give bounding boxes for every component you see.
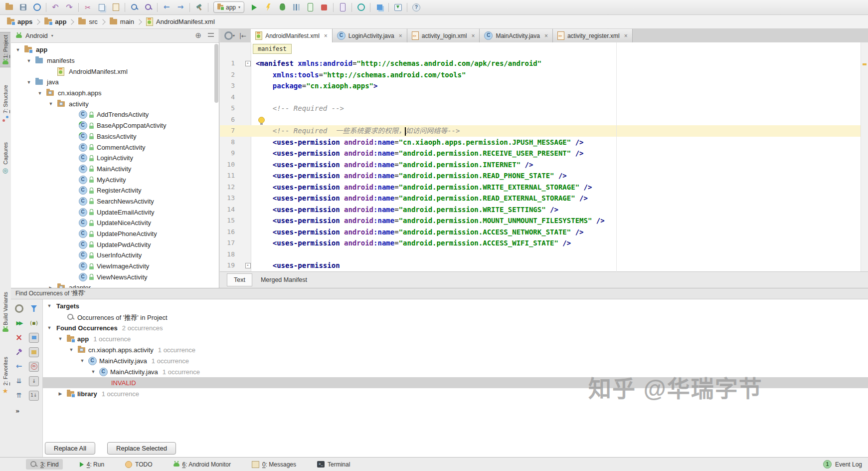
settings-slider-icon[interactable] — [208, 33, 214, 38]
breadcrumb-item-app[interactable]: app — [42, 18, 68, 25]
code-line-11[interactable]: 11 <uses-permission android:name="androi… — [220, 170, 861, 182]
close-icon[interactable]: × — [399, 32, 402, 39]
sort-button[interactable]: 1↓ — [27, 388, 41, 403]
forward-button[interactable]: → — [174, 1, 187, 14]
find-result-invalid[interactable]: INVALID — [42, 377, 868, 388]
code-line-16[interactable]: 16 <uses-permission android:name="androi… — [220, 227, 861, 238]
sidebar-item-1-project[interactable]: 1: Project — [0, 32, 10, 67]
collapse-arrow-icon[interactable]: ▼ — [88, 369, 98, 374]
settings-button[interactable] — [12, 301, 26, 316]
pin-button[interactable] — [12, 345, 26, 359]
intention-bulb-icon[interactable] — [258, 117, 265, 123]
breadcrumb-item-apps[interactable]: apps — [5, 18, 34, 25]
tree-item-viewimageactivity[interactable]: CViewImageActivity — [11, 261, 219, 272]
jump-to-source-button[interactable]: ← — [12, 359, 26, 374]
code-line-15[interactable]: 15 <uses-permission android:name="androi… — [220, 215, 861, 227]
code-line-8[interactable]: 8 <uses-permission android:name="cn.xiao… — [220, 137, 861, 148]
replace-selected-button[interactable]: Replace Selected — [107, 442, 176, 455]
tree-item-java[interactable]: ▼java — [11, 77, 219, 88]
paste-button[interactable] — [109, 1, 123, 14]
sidebar-item-2-favorites[interactable]: 2: Favorites★ — [0, 354, 10, 397]
device-manager-button[interactable] — [336, 1, 349, 14]
expand-all-button[interactable]: ⇊ — [12, 374, 26, 388]
statusbar-item-3-find[interactable]: 3: Find — [26, 459, 63, 470]
tree-item-searchnewsactivity[interactable]: CSearchNewsActivity — [11, 196, 219, 207]
close-icon[interactable]: × — [624, 32, 628, 39]
breadcrumb-item-main[interactable]: main — [108, 18, 136, 25]
instant-run-button[interactable] — [261, 1, 275, 14]
tree-item-addtrendsactivity[interactable]: CAddTrendsActivity — [11, 109, 219, 120]
find-result-found-occurrences[interactable]: ▼Found Occurrences2 occurrences — [42, 322, 868, 333]
code-line-10[interactable]: 10 <uses-permission android:name="androi… — [220, 159, 861, 171]
project-view-header[interactable]: Android ▾ ⊕ — [11, 29, 219, 43]
tree-item-viewnewsactivity[interactable]: CViewNewsActivity — [11, 271, 219, 282]
editor-tab-activity-register-xml[interactable]: activity_register.xml× — [553, 29, 633, 42]
code-line-4[interactable]: 4 — [220, 92, 861, 103]
tree-item-activity[interactable]: ▼activity — [11, 98, 219, 109]
build-hammer-button[interactable] — [192, 1, 206, 14]
tree-item-updateemailactivity[interactable]: CUpdateEmailActivity — [11, 207, 219, 218]
collapse-arrow-icon[interactable]: ▼ — [44, 303, 54, 308]
hide-panel-icon[interactable]: |← — [239, 33, 246, 39]
code-line-12[interactable]: 12 <uses-permission android:name="androi… — [220, 182, 861, 193]
sync-button[interactable] — [30, 1, 44, 14]
code-line-3[interactable]: 3 package="cn.xiaoph.apps"> — [220, 80, 861, 92]
collapse-arrow-icon[interactable]: ▼ — [24, 58, 34, 63]
layout-inspector-button[interactable] — [372, 1, 386, 14]
tree-item-mainactivity[interactable]: CMainActivity — [11, 164, 219, 175]
collapse-arrow-icon[interactable]: ▼ — [13, 47, 23, 52]
group-method-button[interactable]: m — [27, 359, 41, 374]
sidebar-item-build-variants[interactable]: Build Variants — [0, 289, 10, 334]
statusbar-item-todo[interactable]: TODO — [121, 460, 156, 470]
code-line-1[interactable]: 1-<manifest xmlns:android="http://schema… — [220, 58, 861, 69]
manifest-view-tab-text[interactable]: Text — [227, 273, 252, 286]
debug-button[interactable] — [275, 1, 289, 14]
find-result-occurrences-of-推荐-in-project[interactable]: Occurrences of '推荐' in Project — [42, 311, 868, 322]
code-line-13[interactable]: 13 <uses-permission android:name="androi… — [220, 193, 861, 204]
open-folder-button[interactable] — [2, 1, 16, 14]
project-view-selector[interactable]: Android — [25, 32, 48, 39]
tree-item-myactivity[interactable]: CMyActivity — [11, 174, 219, 185]
autoscroll-button[interactable]: ↓ — [27, 374, 41, 388]
attach-debugger-button[interactable] — [303, 1, 317, 14]
tree-item-cn-xiaoph-apps[interactable]: ▼cn.xiaoph.apps — [11, 88, 219, 99]
code-line-14[interactable]: 14 <uses-permission android:name="androi… — [220, 204, 861, 216]
tree-item-basicsactivity[interactable]: CBasicsActivity — [11, 131, 219, 142]
close-icon[interactable]: × — [324, 32, 328, 39]
tree-item-app[interactable]: ▼app — [11, 44, 219, 55]
help-button[interactable]: ? — [409, 1, 423, 14]
statusbar-item-0-messages[interactable]: 0: Messages — [248, 460, 300, 470]
filter-button[interactable] — [27, 301, 41, 316]
find-result-library[interactable]: ▶library1 occurrence — [42, 388, 868, 399]
collapse-arrow-icon[interactable]: ▼ — [55, 336, 65, 341]
tree-item-commentactivity[interactable]: CCommentActivity — [11, 142, 219, 153]
editor-tab-mainactivity-java[interactable]: CMainActivity.java× — [480, 29, 553, 42]
collapse-arrow-icon[interactable]: ▼ — [46, 101, 56, 106]
find-button[interactable] — [127, 1, 141, 14]
code-editor[interactable]: 1-<manifest xmlns:android="http://schema… — [220, 42, 868, 272]
sidebar-item-captures[interactable]: Captures◎ — [0, 140, 10, 176]
fold-marker-icon[interactable]: - — [245, 263, 251, 268]
code-line-17[interactable]: 17 <uses-permission android:name="androi… — [220, 237, 861, 249]
tree-item-updatephoneactivity[interactable]: CUpdatePhoneActivity — [11, 229, 219, 239]
replace-all-button[interactable]: Replace All — [45, 442, 95, 455]
close-icon[interactable]: × — [544, 32, 548, 39]
breadcrumb-item-androidmanifest-xml[interactable]: AndroidManifest.xml — [144, 17, 217, 26]
sdk-download-button[interactable] — [391, 1, 405, 14]
editor-tab-loginactivity-java[interactable]: CLoginActivity.java× — [333, 29, 407, 42]
code-line-9[interactable]: 9 <uses-permission android:name="android… — [220, 148, 861, 159]
code-line-19[interactable]: 19- <uses-permission — [220, 260, 861, 271]
gear-dropdown-icon[interactable]: ▾ — [224, 31, 235, 40]
tree-item-androidmanifest-xml[interactable]: AndroidManifest.xml — [11, 66, 219, 77]
find-result-targets[interactable]: ▼Targets — [42, 300, 868, 311]
project-scrollbar[interactable] — [214, 44, 218, 283]
close-button[interactable]: × — [12, 330, 26, 345]
locate-icon[interactable]: ⊕ — [195, 32, 201, 39]
tree-item-updateniceactivity[interactable]: CUpdateNiceActivity — [11, 218, 219, 229]
breadcrumb-item-src[interactable]: src — [76, 18, 99, 25]
collapse-arrow-icon[interactable]: ▼ — [66, 347, 76, 352]
back-button[interactable]: ← — [160, 1, 174, 14]
tree-item-baseappcompatactivity[interactable]: CBaseAppCompatActivity — [11, 120, 219, 131]
editor-scrollbar[interactable] — [861, 42, 868, 272]
replace-button[interactable] — [141, 1, 155, 14]
